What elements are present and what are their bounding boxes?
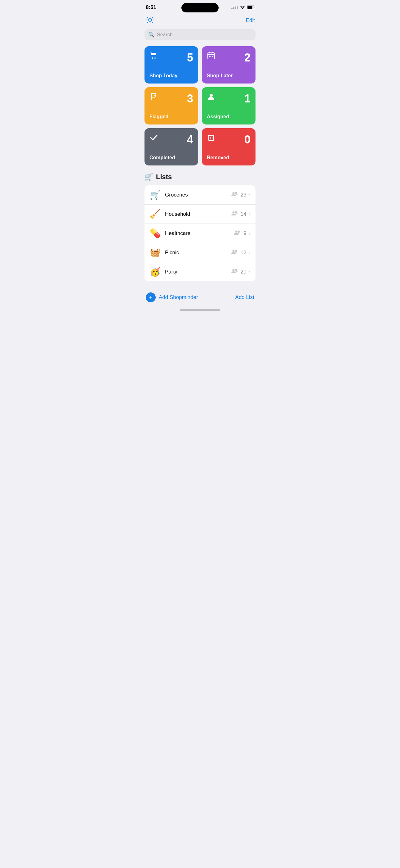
svg-point-22 (235, 269, 237, 271)
chevron-icon-household: › (249, 211, 251, 217)
stat-count-flagged: 3 (187, 92, 193, 105)
stat-top: 4 (149, 133, 193, 146)
stat-card-flagged[interactable]: 3 Flagged (144, 87, 198, 124)
people-icon-party (231, 269, 238, 275)
home-indicator (139, 306, 261, 313)
stat-count-assigned: 1 (244, 92, 251, 105)
trash-icon (207, 133, 215, 144)
stat-label-completed: Completed (149, 155, 193, 160)
stat-card-assigned[interactable]: 1 Assigned (202, 87, 256, 124)
stat-count-shop-today: 5 (187, 51, 193, 64)
lists-section: 🛒 Lists 🛒 Groceries 23 › 🧹 Household (139, 173, 261, 281)
svg-rect-10 (209, 136, 214, 141)
chevron-icon-picnic: › (249, 250, 251, 255)
svg-point-13 (232, 192, 234, 194)
add-shopminder-button[interactable]: + Add Shopminder (146, 292, 198, 302)
stat-label-shop-today: Shop Today (149, 73, 193, 79)
stat-label-shop-later: Shop Later (207, 73, 251, 79)
stat-top: 2 (207, 51, 251, 64)
list-right-healthcare: 9 › (234, 230, 251, 237)
svg-point-14 (235, 192, 237, 194)
people-icon-healthcare (234, 230, 241, 237)
lists-header-icon: 🛒 (144, 173, 153, 181)
list-name-groceries: Groceries (165, 192, 227, 198)
stat-top: 1 (207, 92, 251, 105)
list-item-picnic[interactable]: 🧺 Picnic 12 › (144, 243, 256, 262)
list-right-household: 14 › (231, 211, 251, 217)
lists-title: Lists (156, 173, 172, 181)
stats-grid: 5 Shop Today 2 Shop Later 3 Flagged 1 As… (139, 46, 261, 173)
list-item-household[interactable]: 🧹 Household 14 › (144, 205, 256, 224)
stat-top: 3 (149, 92, 193, 105)
list-count-groceries: 23 (241, 192, 246, 198)
search-container: 🔍 Search (139, 29, 261, 46)
svg-point-16 (235, 211, 237, 214)
stat-count-shop-later: 2 (244, 51, 251, 64)
search-icon: 🔍 (148, 32, 155, 37)
list-count-healthcare: 9 (243, 230, 246, 237)
svg-rect-7 (209, 56, 210, 57)
wifi-icon (240, 5, 245, 10)
svg-point-15 (232, 211, 234, 214)
person-icon (207, 92, 215, 103)
svg-point-21 (232, 269, 234, 271)
svg-point-18 (238, 231, 240, 233)
svg-point-19 (232, 250, 234, 252)
cart-icon (149, 51, 158, 62)
calendar-icon (207, 51, 215, 62)
svg-rect-8 (212, 56, 213, 57)
list-item-party[interactable]: 🥳 Party 20 › (144, 262, 256, 281)
stat-top: 5 (149, 51, 193, 64)
list-item-healthcare[interactable]: 💊 Healthcare 9 › (144, 224, 256, 243)
flag-icon (149, 92, 158, 103)
svg-point-2 (155, 57, 156, 59)
notch (181, 3, 219, 12)
list-emoji-healthcare: 💊 (149, 228, 161, 239)
stat-card-shop-today[interactable]: 5 Shop Today (144, 46, 198, 84)
edit-button[interactable]: Edit (246, 18, 255, 24)
list-count-household: 14 (241, 211, 246, 217)
lists-header: 🛒 Lists (144, 173, 256, 181)
add-circle-icon: + (146, 292, 156, 302)
chevron-icon-groceries: › (249, 192, 251, 198)
stat-label-flagged: Flagged (149, 114, 193, 120)
search-placeholder: Search (157, 32, 173, 37)
chevron-icon-healthcare: › (249, 231, 251, 236)
stat-label-removed: Removed (207, 155, 251, 160)
svg-point-0 (148, 18, 152, 22)
list-emoji-party: 🥳 (149, 267, 161, 277)
list-right-groceries: 23 › (231, 191, 251, 198)
stat-card-completed[interactable]: 4 Completed (144, 128, 198, 165)
people-icon-household (231, 211, 238, 217)
stat-label-assigned: Assigned (207, 114, 251, 120)
list-name-party: Party (165, 269, 227, 275)
list-item-groceries[interactable]: 🛒 Groceries 23 › (144, 185, 256, 205)
list-count-party: 20 (241, 269, 246, 275)
svg-point-17 (235, 231, 237, 233)
list-emoji-groceries: 🛒 (149, 190, 161, 200)
list-right-party: 20 › (231, 269, 251, 275)
check-icon (149, 133, 158, 144)
signal-icon (231, 6, 238, 9)
list-emoji-household: 🧹 (149, 209, 161, 219)
list-name-picnic: Picnic (165, 250, 227, 256)
svg-rect-3 (208, 53, 214, 59)
add-list-button[interactable]: Add List (235, 294, 254, 301)
list-name-healthcare: Healthcare (165, 230, 230, 237)
home-bar (180, 309, 220, 311)
bottom-bar: + Add Shopminder Add List (139, 286, 261, 306)
settings-icon[interactable] (145, 15, 155, 26)
list-count-picnic: 12 (241, 250, 246, 256)
battery-icon (247, 6, 254, 9)
stat-card-removed[interactable]: 0 Removed (202, 128, 256, 165)
list-name-household: Household (165, 211, 227, 217)
search-bar[interactable]: 🔍 Search (144, 29, 256, 40)
stat-card-shop-later[interactable]: 2 Shop Later (202, 46, 256, 84)
svg-point-9 (210, 94, 213, 97)
people-icon-groceries (231, 191, 238, 198)
people-icon-picnic (231, 249, 238, 256)
lists-container: 🛒 Groceries 23 › 🧹 Household (144, 185, 256, 281)
chevron-icon-party: › (249, 269, 251, 275)
status-bar: 8:51 (139, 0, 261, 12)
status-time: 8:51 (146, 4, 156, 10)
